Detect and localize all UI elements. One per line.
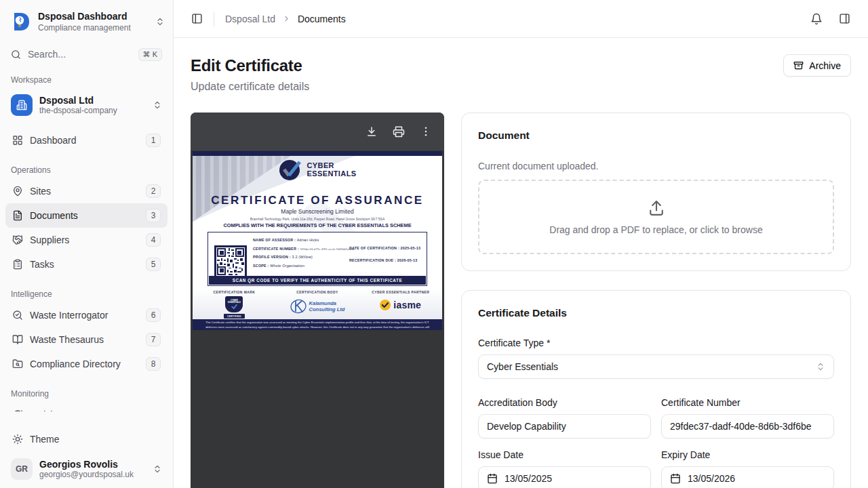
page-subtitle: Update certificate details	[191, 81, 309, 93]
main: Dsposal Ltd Documents Edit Certificate	[174, 0, 868, 488]
archive-label: Archive	[809, 60, 841, 71]
sidebar-item-label: Documents	[30, 210, 78, 221]
search-icon	[11, 49, 21, 60]
breadcrumb-page[interactable]: Documents	[298, 14, 346, 24]
chevrons-up-down-icon	[153, 100, 162, 110]
document-card-title: Document	[478, 129, 834, 142]
cyber-essentials-logo: CYBER ESSENTIALS	[193, 158, 442, 182]
sidebar-item-label: Dashboard	[30, 135, 77, 146]
pdf-preview: CYBER ESSENTIALS CERTIFICATE OF ASSURANC…	[191, 113, 444, 488]
clipboard-list-icon	[12, 259, 23, 270]
archive-button[interactable]: Archive	[783, 54, 851, 77]
download-icon[interactable]	[366, 125, 378, 138]
accreditation-body-label: Accreditation Body	[478, 397, 651, 408]
app-subtitle: Compliance management	[38, 23, 149, 33]
section-monitoring: Monitoring	[11, 389, 162, 399]
certificate-disclaimer: The Certificate certifies that the organ…	[193, 319, 442, 330]
app-switcher[interactable]: Dsposal Dashboard Compliance management	[0, 0, 173, 41]
qr-code	[214, 245, 247, 278]
search-check-icon	[12, 310, 23, 321]
issue-date-value: 13/05/2025	[505, 473, 552, 484]
sun-icon	[12, 434, 23, 445]
certificate-type-label: Certificate Type *	[478, 338, 834, 348]
breadcrumb: Dsposal Ltd Documents	[225, 14, 346, 24]
qr-banner: SCAN QR CODE TO VERIFY THE AUTHENTICITY …	[209, 276, 426, 285]
file-text-icon	[12, 210, 23, 221]
print-icon[interactable]	[393, 125, 405, 138]
theme-toggle[interactable]: Theme	[5, 427, 167, 451]
content: Edit Certificate Update certificate deta…	[174, 38, 868, 488]
sidebar-item-sites[interactable]: Sites 2	[5, 179, 167, 203]
nav-badge: 5	[146, 258, 161, 271]
kalamunda-logo: Kalamunda Consulting Ltd	[290, 298, 345, 314]
expiry-date-value: 13/05/2026	[688, 473, 735, 484]
panel-right-toggle[interactable]	[839, 13, 850, 24]
sidebar-item-suppliers[interactable]: Suppliers 4	[5, 228, 167, 252]
workspace-avatar	[11, 94, 33, 116]
refresh-icon	[12, 409, 23, 411]
certificate-page: CYBER ESSENTIALS CERTIFICATE OF ASSURANC…	[193, 151, 442, 330]
panel-left-toggle[interactable]	[191, 13, 203, 24]
nav-badge: 4	[146, 233, 161, 247]
certificate-details-box: NAME OF ASSESSOR : Adrian Hicks CERTIFIC…	[208, 232, 427, 286]
search-placeholder: Search...	[28, 49, 66, 60]
certificate-footer: CERTIFICATION MARK CYBERESSENTIALS CERTI…	[193, 289, 442, 319]
pdf-toolbar	[191, 113, 444, 150]
search-input[interactable]: Search... ⌘ K	[11, 44, 162, 64]
nav-badge: 7	[146, 333, 161, 346]
sidebar-item-label: Waste Thesaurus	[30, 334, 104, 345]
sidebar-item-label: Waste Interrogator	[30, 310, 108, 321]
sidebar-item-label: Compliance Directory	[30, 359, 121, 369]
sidebar-item-dashboard[interactable]: Dashboard 1	[5, 128, 167, 152]
expiry-date-input[interactable]: 13/05/2026	[661, 466, 834, 488]
sidebar-item-label: Activity	[30, 409, 60, 411]
expiry-date-label: Expiry Date	[661, 449, 834, 460]
nav-badge: 2	[146, 184, 161, 198]
user-name: Georgios Rovolis	[39, 459, 146, 470]
document-card: Document Current document uploaded. Drag…	[461, 113, 851, 271]
accreditation-body-input[interactable]	[478, 414, 651, 439]
user-email: georgios@yourdsposal.uk	[39, 470, 146, 479]
layout-grid-icon	[12, 135, 23, 146]
search-shortcut: ⌘ K	[138, 48, 162, 61]
pdf-dropzone[interactable]: Drag and drop a PDF to replace, or click…	[478, 180, 834, 254]
section-intelligence: Intelligence	[11, 289, 162, 299]
certificate-number-label: Certificate Number	[661, 397, 834, 408]
sidebar-item-tasks[interactable]: Tasks 5	[5, 252, 167, 277]
certificate-type-select[interactable]: Cyber Essentials	[478, 354, 834, 379]
calendar-icon	[670, 473, 681, 484]
dsposal-logo	[11, 12, 31, 32]
more-options-icon[interactable]	[420, 125, 432, 138]
section-workspace: Workspace	[11, 75, 162, 85]
nav-badge: 8	[146, 357, 161, 371]
sidebar-footer: Theme GR Georgios Rovolis georgios@yourd…	[0, 427, 173, 488]
handshake-icon	[12, 235, 23, 245]
certificate-complies: COMPLIES WITH THE REQUIREMENTS OF THE CY…	[193, 222, 442, 228]
iasme-logo: iasme	[380, 300, 421, 310]
nav-badge: 6	[146, 308, 161, 322]
page-title: Edit Certificate	[191, 56, 309, 75]
user-menu[interactable]: GR Georgios Rovolis georgios@yourdsposal…	[5, 454, 167, 484]
certificate-title: CERTIFICATE OF ASSURANCE	[193, 194, 442, 207]
issue-date-input[interactable]: 13/05/2025	[478, 466, 651, 488]
book-open-icon	[12, 334, 23, 345]
chevrons-up-down-icon	[816, 362, 825, 371]
sidebar-item-activity-clipped[interactable]: Activity	[0, 403, 173, 411]
sidebar-item-documents[interactable]: Documents 3	[5, 203, 167, 228]
bell-icon[interactable]	[810, 13, 823, 25]
certification-mark-badge: CYBERESSENTIALS	[225, 296, 243, 312]
sidebar-item-waste-thesaurus[interactable]: Waste Thesaurus 7	[5, 327, 167, 352]
certificate-type-value: Cyber Essentials	[487, 361, 558, 372]
details-card-title: Certificate Details	[478, 307, 834, 319]
certificate-address: Bramhall Technology Park, Units 11a-15d,…	[193, 217, 442, 221]
certificate-number-input[interactable]	[661, 414, 834, 439]
workspace-name: Dsposal Ltd	[39, 95, 146, 106]
sidebar-item-compliance-directory[interactable]: Compliance Directory 8	[5, 352, 167, 376]
workspace-slug: the-dsposal-company	[39, 106, 146, 115]
workspace-switcher[interactable]: Dsposal Ltd the-dsposal-company	[5, 90, 167, 120]
sidebar-item-waste-interrogator[interactable]: Waste Interrogator 6	[5, 303, 167, 327]
section-operations: Operations	[11, 165, 162, 175]
breadcrumb-workspace[interactable]: Dsposal Ltd	[225, 14, 275, 24]
app-title: Dsposal Dashboard	[38, 11, 127, 22]
issue-date-label: Issue Date	[478, 449, 651, 460]
